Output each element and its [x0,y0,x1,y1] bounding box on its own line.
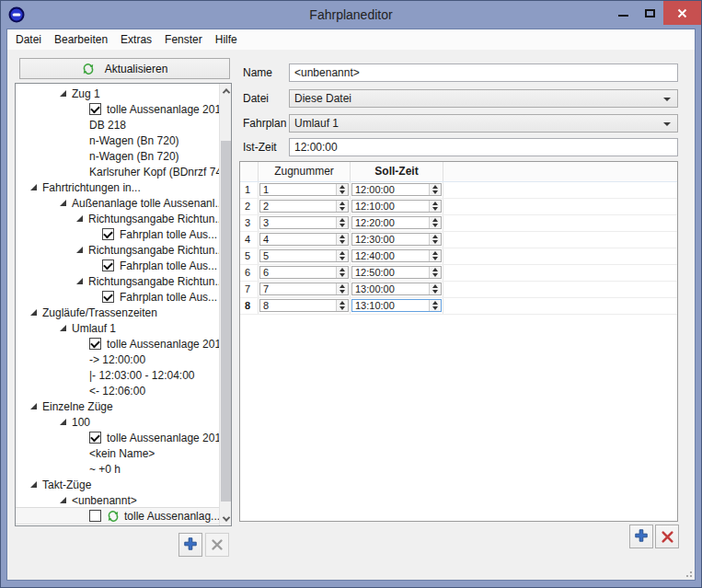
zugnummer-spinbox[interactable]: 7 [259,282,349,295]
checkbox[interactable] [89,510,101,522]
spin-down-button[interactable] [337,223,348,228]
row-number[interactable]: 4 [240,232,259,248]
refresh-button[interactable]: Aktualisieren [19,58,230,79]
datei-combobox[interactable]: Diese Datei [289,89,678,108]
zugnummer-spinbox[interactable]: 4 [259,233,349,246]
soll-zeit-spinbox[interactable]: 13:00:00 [351,282,442,295]
expander-icon[interactable] [30,184,37,190]
tree-scrollbar[interactable] [219,84,231,525]
row-number[interactable]: 1 [240,182,259,198]
spin-down-button[interactable] [430,223,441,228]
row-delete-button[interactable] [655,525,679,548]
tree-item[interactable]: Einzelne Züge [16,398,219,414]
menu-bearbeiten[interactable]: Bearbeiten [48,29,114,50]
spin-down-button[interactable] [430,289,441,294]
column-header-soll-zeit[interactable]: Soll-Zeit [351,162,443,181]
tree-item[interactable]: Außenanlage tolle Aussenanl... [16,195,219,211]
spin-down-button[interactable] [430,190,441,195]
tree-item[interactable]: Richtungsangabe Richtun... [16,242,219,258]
spin-value[interactable]: 6 [260,267,336,278]
spin-value[interactable]: 12:30:00 [352,234,429,245]
spin-down-button[interactable] [337,272,348,278]
tree-delete-button[interactable] [205,533,229,557]
tree-item[interactable]: Umlauf 1 [16,320,219,336]
tree-item[interactable]: Fahrplan tolle Aus... [16,289,219,305]
scrollbar-thumb[interactable] [221,141,231,502]
menu-extras[interactable]: Extras [114,29,158,50]
checkbox[interactable] [89,103,101,115]
soll-zeit-spinbox[interactable]: 12:40:00 [351,249,442,262]
ist-zeit-input[interactable]: 12:00:00 [289,138,678,156]
scroll-up-button[interactable] [220,84,232,98]
expander-icon[interactable] [76,278,83,284]
tree-item[interactable]: Fahrplan tolle Aus... [16,258,219,273]
tree-item[interactable]: Fahrtrichtungen in... [16,179,219,195]
tree-item[interactable]: Zugläufe/Trassenzeiten [16,305,219,320]
spin-value[interactable]: 12:10:00 [352,201,429,212]
spin-down-button[interactable] [430,306,441,311]
checkbox[interactable] [102,291,114,303]
zugnummer-spinbox[interactable]: 6 [259,266,349,279]
tree-item[interactable]: |- 12:03:00 - 12:04:00 [16,367,219,383]
expander-icon[interactable] [76,215,83,222]
expander-icon[interactable] [30,403,37,409]
spin-value[interactable]: 13:00:00 [352,283,429,294]
spin-value[interactable]: 7 [260,283,336,294]
spin-value[interactable]: 3 [260,217,336,228]
tree-item[interactable]: Richtungsangabe Richtun... [16,273,219,289]
tree-item[interactable]: tolle Aussenanlage 2018 [16,336,219,352]
spin-down-button[interactable] [337,306,348,311]
spin-down-button[interactable] [430,256,441,261]
soll-zeit-spinbox[interactable]: 12:30:00 [351,233,442,246]
spin-down-button[interactable] [430,272,441,278]
expander-icon[interactable] [60,497,66,503]
spin-value[interactable]: 13:10:00 [352,300,429,311]
expander-icon[interactable] [60,90,66,97]
spin-value[interactable]: 12:00:00 [352,184,429,195]
tree-item[interactable]: tolle Aussenanlag... [16,508,219,524]
row-number[interactable]: 6 [240,265,259,281]
fahrplan-combobox[interactable]: Umlauf 1 [289,114,678,133]
row-add-button[interactable] [629,525,653,548]
row-number[interactable]: 5 [240,248,259,264]
expander-icon[interactable] [30,309,37,316]
close-button[interactable] [663,1,701,25]
tree-add-button[interactable] [178,533,202,557]
scroll-down-button[interactable] [220,512,232,525]
expander-icon[interactable] [60,325,66,331]
minimize-button[interactable] [610,1,637,25]
tree-item[interactable]: Zug 1 [16,86,219,101]
expander-icon[interactable] [30,481,37,488]
tree-item[interactable]: Fahrplan tolle Aus... [16,226,219,242]
expander-icon[interactable] [60,419,66,425]
spin-down-button[interactable] [337,206,348,212]
tree-item[interactable]: Karlsruher Kopf (BDnrzf 740) [16,164,219,179]
spin-value[interactable]: 8 [260,300,336,311]
soll-zeit-spinbox[interactable]: 12:50:00 [351,266,442,279]
spin-down-button[interactable] [337,256,348,261]
spin-down-button[interactable] [337,239,348,245]
spin-value[interactable]: 2 [260,201,336,212]
spin-value[interactable]: 4 [260,234,336,245]
spin-value[interactable]: 5 [260,250,336,261]
checkbox[interactable] [89,338,101,350]
zugnummer-spinbox[interactable]: 3 [259,216,349,229]
checkbox[interactable] [102,228,114,240]
spin-value[interactable]: 12:20:00 [352,217,429,228]
zugnummer-spinbox[interactable]: 2 [259,200,349,213]
titlebar[interactable]: Fahrplaneditor [1,1,701,29]
soll-zeit-spinbox[interactable]: 12:20:00 [351,216,442,229]
zugnummer-spinbox[interactable]: 1 [259,183,349,196]
checkbox[interactable] [89,432,101,444]
tree-item[interactable]: tolle Aussenanlage 2018 [16,101,219,117]
spin-down-button[interactable] [337,289,348,294]
tree-item[interactable]: <unbenannt> [16,492,219,508]
menu-fenster[interactable]: Fenster [158,29,209,50]
name-input[interactable]: <unbenannt> [289,63,678,82]
expander-icon[interactable] [60,200,66,206]
menu-hilfe[interactable]: Hilfe [209,29,244,50]
zugnummer-spinbox[interactable]: 5 [259,249,349,262]
tree-item[interactable]: ~ +0 h [16,461,219,477]
expander-icon[interactable] [76,247,83,253]
spin-value[interactable]: 12:40:00 [352,250,429,261]
